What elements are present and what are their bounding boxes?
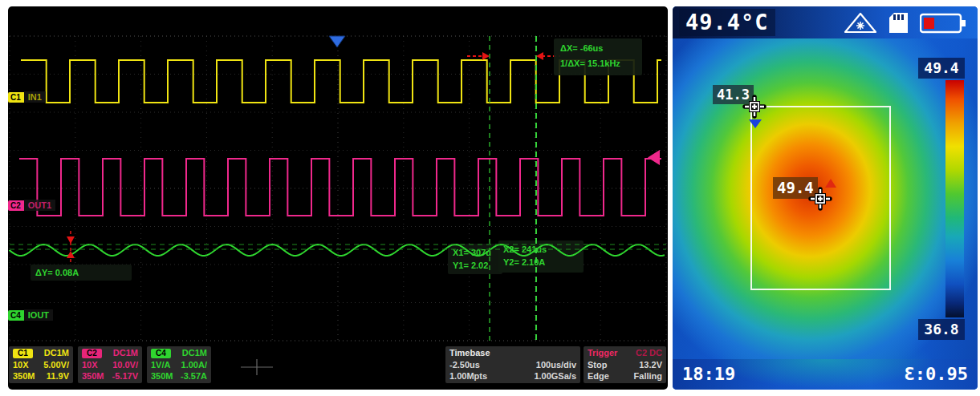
channel1-offset: 11.9V: [47, 371, 69, 382]
channel2-badge: C2: [82, 349, 102, 358]
sd-card-icon: [889, 12, 909, 34]
scale-max-label: 49.4: [918, 58, 965, 79]
emissivity-readout: Ɛ:0.95: [905, 359, 968, 390]
channel1-badge: C1: [13, 349, 33, 358]
timebase-info-box[interactable]: Timebase -2.50us100us/div 1.00Mpts1.00GS…: [445, 346, 580, 383]
trigger-info-box[interactable]: TriggerC2 DC Stop13.2V EdgeFalling: [584, 346, 666, 383]
channel1-trace-tag[interactable]: C1 IN1: [8, 91, 46, 103]
battery-low-icon: [920, 13, 966, 34]
hot-temp-crosshair-icon[interactable]: [808, 187, 832, 211]
channel1-tag-badge: C1: [8, 92, 24, 103]
min-marker-arrow-down: [749, 119, 762, 128]
trigger-type: Edge: [588, 371, 609, 382]
channel4-trace-tag[interactable]: C4 IOUT: [8, 309, 53, 321]
channel4-coupling: DC1M: [182, 348, 207, 358]
oscilloscope-panel: X1= 307u Y1= 2.02 X2= 241us Y2= 2.10A ΔY…: [8, 6, 668, 390]
channel4-trace-label: IOUT: [24, 309, 53, 321]
cursor-y1-value: Y1= 2.02: [453, 259, 498, 272]
trigger-status: Stop: [588, 360, 607, 370]
timebase-title: Timebase: [449, 348, 490, 358]
cursor-y2-value: Y2= 2.10A: [503, 256, 579, 269]
timebase-delay: -2.50us: [449, 360, 480, 370]
channel4-info-box[interactable]: C4DC1M 1V/A1.00A/ 350M-3.57A: [147, 346, 211, 383]
current-temperature-readout: 49.4°C: [679, 9, 775, 36]
thermal-top-bar: 49.4°C: [673, 6, 978, 38]
trigger-source: C2 DC: [636, 348, 662, 358]
channel2-bandwidth: 350M: [82, 371, 104, 382]
channel1-coupling: DC1M: [44, 348, 69, 358]
channel1-info-box[interactable]: C1DC1M 10X5.00V/ 350M11.9V: [9, 346, 73, 383]
channel1-bandwidth: 350M: [13, 371, 35, 382]
channel4-badge: C4: [151, 349, 171, 358]
channel4-scale: 1.00A/: [181, 360, 207, 370]
channel1-attenuation: 10X: [13, 360, 29, 370]
trigger-level: 13.2V: [639, 360, 662, 370]
cursor-readout-dy: ΔY= 0.08A: [30, 265, 132, 281]
clock-readout: 18:19: [682, 359, 735, 390]
trigger-slope: Falling: [634, 371, 662, 382]
channel1-scale: 5.00V/: [43, 360, 69, 370]
channel2-info-box[interactable]: C2DC1M 10X10.0V/ 350M-5.17V: [78, 346, 142, 383]
thermal-bottom-bar: 18:19 Ɛ:0.95: [673, 359, 978, 390]
channel2-trace-label: OUT1: [24, 200, 55, 211]
cursor-x1-value: X1= 307u: [453, 246, 498, 259]
chann4-offset: -3.57A: [181, 371, 207, 382]
channel4-bandwidth: 350M: [151, 371, 173, 382]
temperature-color-scale: [945, 80, 964, 317]
cursor-x2-value: X2= 241us: [503, 243, 579, 256]
channel2-attenuation: 10X: [82, 360, 98, 370]
channel4-attenuation: 1V/A: [151, 360, 170, 370]
timebase-scale: 100us/div: [536, 360, 576, 370]
channel2-trace-tag[interactable]: C2 OUT1: [8, 199, 55, 212]
cursor-readout-dx: ΔX= -66us 1/ΔX= 15.1kHz: [554, 38, 642, 75]
screenshot-root: X1= 307u Y1= 2.02 X2= 241us Y2= 2.10A ΔY…: [0, 0, 980, 396]
trigger-title: Trigger: [588, 348, 617, 358]
thermal-camera-panel: 49.4°C: [673, 6, 978, 390]
cursor-readout-x2y2: X2= 241us Y2= 2.10A: [498, 240, 584, 273]
channel2-offset: -5.17V: [112, 371, 138, 382]
cursor-dx-value: ΔX= -66us: [560, 41, 636, 56]
channel2-coupling: DC1M: [113, 348, 138, 358]
timebase-sample-rate: 1.00GSa/s: [534, 371, 576, 382]
cursor-readout-x1y1: X1= 307u Y1= 2.02: [448, 244, 502, 274]
laser-warning-icon: [844, 12, 877, 34]
channel1-trace-label: IN1: [24, 91, 46, 103]
hot-marker-arrow-up: [825, 179, 836, 188]
channel2-tag-badge: C2: [8, 200, 24, 211]
timebase-memory: 1.00Mpts: [449, 371, 487, 382]
crosshair-plus-icon: [239, 356, 274, 378]
min-temp-crosshair-icon[interactable]: [742, 95, 767, 119]
cursor-freq-value: 1/ΔX= 15.1kHz: [560, 56, 636, 71]
channel4-tag-badge: C4: [8, 310, 24, 321]
scale-min-label: 36.8: [918, 319, 965, 340]
scope-status-bar: C1DC1M 10X5.00V/ 350M11.9V C2DC1M 10X10.…: [8, 346, 668, 383]
channel2-scale: 10.0V/: [112, 360, 138, 370]
